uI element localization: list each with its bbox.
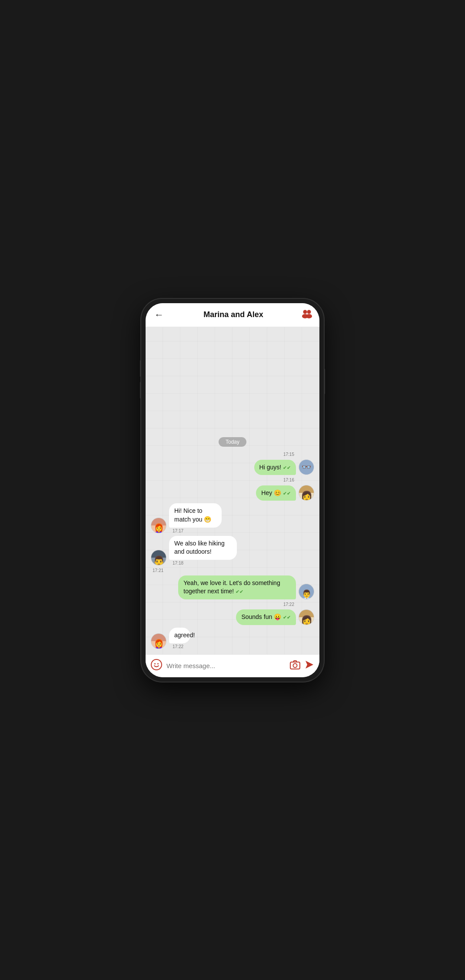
svg-point-0 xyxy=(303,310,307,314)
svg-point-5 xyxy=(154,663,156,664)
back-button[interactable]: ← xyxy=(153,308,166,322)
date-badge: Today xyxy=(151,437,314,447)
group-icon[interactable] xyxy=(301,309,312,321)
avatar: 👓 xyxy=(299,459,314,475)
svg-point-8 xyxy=(293,663,297,667)
phone-frame: ← Marina and Alex Today 17:15 xyxy=(141,299,324,682)
avatar: 👩‍🦰 xyxy=(151,518,166,533)
svg-point-1 xyxy=(307,310,311,314)
msg-time-1: 17:15 xyxy=(151,452,314,457)
chat-header: ← Marina and Alex xyxy=(146,303,319,327)
message-bubble: Sounds fun 😛 ✔✔ xyxy=(236,609,296,625)
svg-point-6 xyxy=(157,663,159,664)
message-bubble: Yeah, we love it. Let's do something tog… xyxy=(178,575,296,599)
table-row: 👩‍🦰 Hi! Nice to match you 😁 17:17 xyxy=(151,503,314,533)
input-area xyxy=(146,654,319,677)
chat-area: Today 17:15 Hi guys! ✔✔ 👓 17:16 Hey 😊 ✔✔… xyxy=(146,327,319,654)
table-row: 👨 We also like hiking and outdoors! 17:1… xyxy=(151,536,314,565)
send-button[interactable] xyxy=(305,660,314,672)
table-row: 👩‍🦰 agreed! 17:22 xyxy=(151,628,314,649)
message-bubble: agreed! xyxy=(169,628,190,643)
table-row: Sounds fun 😛 ✔✔ 👩 xyxy=(151,609,314,625)
avatar: 👩 xyxy=(299,485,314,501)
avatar: 👩‍🦰 xyxy=(151,633,166,649)
table-row: Hey 😊 ✔✔ 👩 xyxy=(151,485,314,501)
chat-title: Marina and Alex xyxy=(203,310,263,319)
msg-time-2: 17:16 xyxy=(151,478,314,482)
message-bubble: Hi guys! ✔✔ xyxy=(254,460,296,475)
msg-time-6: 17:22 xyxy=(151,602,314,607)
message-bubble: We also like hiking and outdoors! xyxy=(169,536,237,560)
emoji-button[interactable] xyxy=(151,659,162,673)
message-bubble: Hi! Nice to match you 😁 xyxy=(169,503,222,527)
message-bubble: Hey 😊 ✔✔ xyxy=(256,485,296,501)
table-row: Yeah, we love it. Let's do something tog… xyxy=(151,575,314,599)
svg-point-4 xyxy=(151,659,162,670)
phone-screen: ← Marina and Alex Today 17:15 xyxy=(146,303,319,677)
avatar: 👨‍💼 xyxy=(299,584,314,599)
table-row: Hi guys! ✔✔ 👓 xyxy=(151,459,314,475)
camera-button[interactable] xyxy=(290,660,300,672)
svg-marker-9 xyxy=(306,661,313,669)
svg-point-3 xyxy=(306,314,312,318)
avatar: 👨 xyxy=(151,550,166,565)
msg-time-5: 17:21 xyxy=(151,568,314,573)
message-input[interactable] xyxy=(166,662,286,669)
avatar: 👩 xyxy=(299,609,314,625)
svg-rect-7 xyxy=(290,662,300,669)
